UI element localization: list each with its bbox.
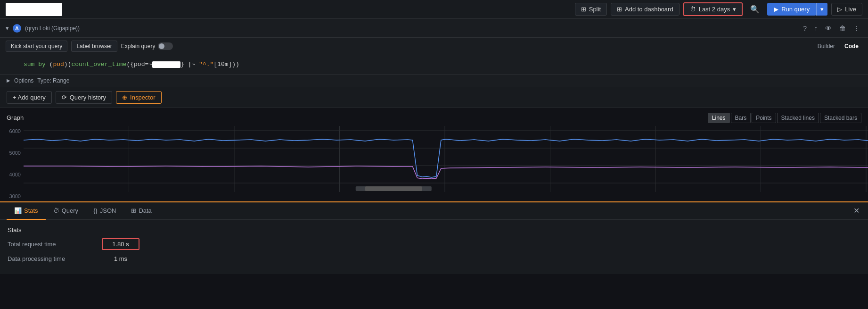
graph-title: Graph bbox=[7, 114, 24, 121]
action-bar: + Add query ⟳ Query history ⊕ Inspector bbox=[0, 87, 868, 108]
scroll-thumb bbox=[365, 186, 422, 191]
stats-icon: 📊 bbox=[14, 207, 22, 214]
inspector-label: Inspector bbox=[130, 94, 155, 101]
close-panel-button[interactable]: ✕ bbox=[852, 206, 861, 215]
tab-json[interactable]: {} JSON bbox=[86, 202, 123, 220]
y-label-3000: 3000 bbox=[3, 193, 21, 199]
stats-body: Stats Total request time 1.80 s Data pro… bbox=[0, 220, 868, 274]
top-bar: ⊞ Split ⊞ Add to dashboard ⏱ Last 2 days… bbox=[0, 0, 868, 19]
tab-query[interactable]: ⏱ Query bbox=[46, 202, 86, 220]
clock-icon: ⏱ bbox=[690, 6, 696, 13]
query-history-label: Query history bbox=[70, 94, 106, 101]
code-label: Code bbox=[844, 43, 859, 50]
options-type: Type: Range bbox=[37, 77, 69, 84]
split-icon: ⊞ bbox=[581, 6, 586, 13]
add-to-dashboard-button[interactable]: ⊞ Add to dashboard bbox=[611, 3, 680, 16]
view-stacked-bars-btn[interactable]: Stacked bars bbox=[820, 113, 861, 123]
explain-row: Explain query bbox=[121, 42, 173, 50]
blue-line bbox=[24, 139, 868, 177]
code-brace1: ({pod=~ bbox=[126, 61, 152, 68]
time-range-picker[interactable]: ⏱ Last 2 days ▾ bbox=[683, 2, 743, 16]
view-bars-btn[interactable]: Bars bbox=[731, 113, 751, 123]
purple-line bbox=[24, 166, 868, 179]
tab-stats[interactable]: 📊 Stats bbox=[7, 202, 46, 220]
view-lines-btn[interactable]: Lines bbox=[708, 113, 730, 123]
view-points-btn[interactable]: Points bbox=[752, 113, 776, 123]
graph-view-buttons: Lines Bars Points Stacked lines Stacked … bbox=[708, 113, 861, 123]
eye-icon-btn[interactable]: 👁 bbox=[823, 23, 834, 33]
options-label: Options bbox=[14, 77, 33, 84]
live-label: Live bbox=[845, 6, 856, 13]
options-row: ▶ Options Type: Range bbox=[0, 75, 868, 87]
play-icon: ▶ bbox=[774, 6, 778, 13]
query-letter: A bbox=[13, 24, 21, 33]
kick-start-button[interactable]: Kick start your query bbox=[6, 41, 67, 52]
history-icon: ⟳ bbox=[62, 94, 67, 101]
time-range-label: Last 2 days bbox=[699, 6, 730, 13]
collapse-icon[interactable]: ▾ bbox=[6, 25, 9, 32]
trash-icon-btn[interactable]: 🗑 bbox=[837, 23, 848, 33]
data-icon: ⊞ bbox=[131, 207, 136, 214]
data-tab-label: Data bbox=[139, 207, 151, 214]
view-stacked-lines-btn[interactable]: Stacked lines bbox=[777, 113, 819, 123]
code-btn[interactable]: Code bbox=[841, 42, 862, 51]
share-icon-btn[interactable]: ↑ bbox=[812, 23, 820, 33]
code-range: [10m])) bbox=[213, 61, 239, 68]
query-icon: ⏱ bbox=[53, 207, 59, 214]
run-query-button[interactable]: ▶ Run query bbox=[767, 3, 816, 16]
label-browser-button[interactable]: Label browser bbox=[71, 41, 117, 52]
stats-row-processing-time: Data processing time 1 ms bbox=[8, 254, 860, 264]
chevron-down-icon: ▾ bbox=[733, 6, 736, 13]
request-time-value: 1.80 s bbox=[102, 238, 139, 250]
code-fn: count_over_time bbox=[71, 61, 126, 68]
inspector-icon: ⊕ bbox=[122, 94, 127, 101]
code-editor[interactable]: sum by (pod)(count_over_time({pod=~} |~ … bbox=[0, 55, 868, 75]
json-tab-label: JSON bbox=[100, 207, 116, 214]
search-button[interactable]: 🔍 bbox=[746, 3, 763, 16]
code-paren2: )( bbox=[64, 61, 72, 68]
help-icon-btn[interactable]: ? bbox=[801, 23, 809, 33]
chart-svg bbox=[24, 126, 868, 192]
more-icon-btn[interactable]: ⋮ bbox=[851, 23, 862, 33]
query-source: (qryn Loki (Gigapipe)) bbox=[25, 25, 80, 32]
run-query-split-button[interactable]: ▾ bbox=[816, 3, 827, 16]
y-label-6000: 6000 bbox=[3, 128, 21, 134]
toolbar-row: Kick start your query Label browser Expl… bbox=[0, 38, 868, 55]
processing-time-value: 1 ms bbox=[102, 254, 139, 264]
query-history-button[interactable]: ⟳ Query history bbox=[56, 91, 112, 104]
top-bar-left bbox=[6, 3, 571, 16]
query-tab-label: Query bbox=[62, 207, 78, 214]
split-label: Split bbox=[589, 6, 601, 13]
builder-code-switcher: Builder Code bbox=[814, 42, 862, 51]
run-query-label: Run query bbox=[781, 6, 810, 13]
code-masked-value bbox=[152, 61, 180, 68]
tab-data[interactable]: ⊞ Data bbox=[123, 202, 159, 220]
graph-canvas: 6000 5000 4000 3000 bbox=[0, 126, 868, 201]
y-axis: 6000 5000 4000 3000 bbox=[0, 126, 24, 201]
builder-btn[interactable]: Builder bbox=[814, 42, 839, 51]
options-chevron[interactable]: ▶ bbox=[7, 78, 10, 83]
add-query-label: + Add query bbox=[13, 94, 46, 101]
graph-header: Graph Lines Bars Points Stacked lines St… bbox=[0, 113, 868, 126]
json-icon: {} bbox=[93, 207, 98, 214]
live-icon: ▷ bbox=[837, 6, 842, 13]
bottom-tabs: 📊 Stats ⏱ Query {} JSON ⊞ Data ✕ bbox=[0, 202, 868, 220]
label-browser-label: Label browser bbox=[76, 43, 112, 50]
inspector-button[interactable]: ⊕ Inspector bbox=[116, 91, 161, 104]
stats-row-request-time: Total request time 1.80 s bbox=[8, 238, 860, 250]
request-time-label: Total request time bbox=[8, 241, 102, 248]
add-query-button[interactable]: + Add query bbox=[7, 91, 52, 104]
live-button[interactable]: ▷ Live bbox=[831, 3, 862, 16]
add-to-dashboard-label: Add to dashboard bbox=[625, 6, 673, 13]
chart-svg-area bbox=[24, 126, 868, 192]
split-button[interactable]: ⊞ Split bbox=[575, 3, 607, 16]
graph-container: Graph Lines Bars Points Stacked lines St… bbox=[0, 108, 868, 201]
code-sum: sum by bbox=[24, 61, 49, 68]
stats-title: Stats bbox=[8, 226, 860, 234]
code-pod: pod bbox=[53, 61, 64, 68]
builder-label: Builder bbox=[818, 43, 835, 50]
dashboard-icon: ⊞ bbox=[617, 6, 622, 13]
code-filter: } |~ bbox=[180, 61, 199, 68]
logo bbox=[6, 3, 62, 16]
explain-toggle[interactable] bbox=[158, 42, 173, 50]
